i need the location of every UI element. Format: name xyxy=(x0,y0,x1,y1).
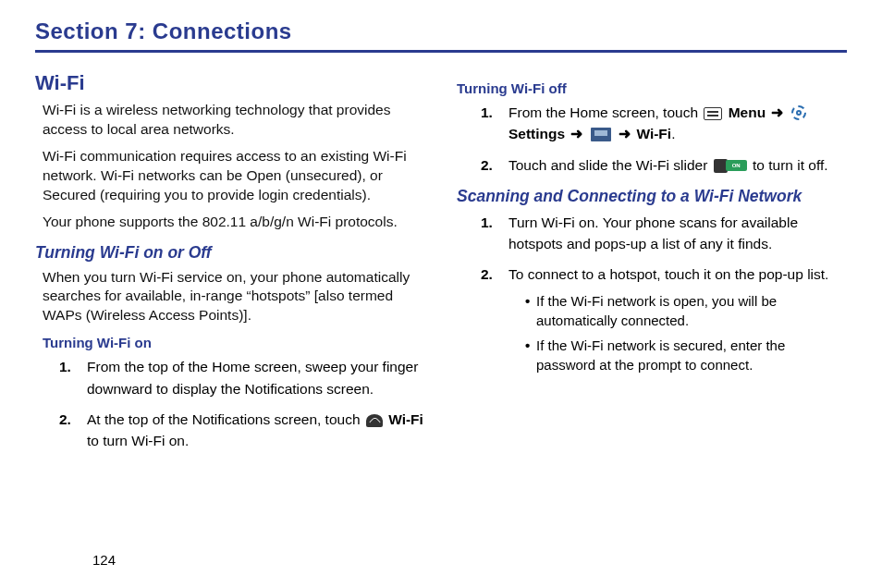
heading-turning-off: Turning Wi-Fi off xyxy=(457,80,847,96)
steps-turning-on: 1. From the top of the Home screen, swee… xyxy=(59,356,425,451)
wifi-onoff-desc: When you turn Wi-Fi service on, your pho… xyxy=(43,268,425,326)
slider-icon: ON xyxy=(714,159,747,173)
step-off-1: 1. From the Home screen, touch Menu ➜ Se… xyxy=(481,102,847,145)
menu-icon xyxy=(704,107,722,120)
step-number: 1. xyxy=(481,102,493,123)
step-text-a: At the top of the Notifications screen, … xyxy=(87,411,364,427)
heading-scanning: Scanning and Connecting to a Wi-Fi Netwo… xyxy=(457,187,847,206)
step-scan-2: 2. To connect to a hotspot, touch it on … xyxy=(481,263,847,374)
slider-track: ON xyxy=(726,160,747,171)
menu-label: Menu xyxy=(729,104,766,120)
wifi-icon xyxy=(366,414,383,427)
bullet-secured-network: If the Wi-Fi network is secured, enter t… xyxy=(525,336,847,374)
step-number: 1. xyxy=(59,356,71,377)
step-text: From the top of the Home screen, sweep y… xyxy=(87,359,418,396)
arrow-icon: ➜ xyxy=(771,104,783,120)
wifi-label: Wi-Fi xyxy=(636,126,671,141)
step-number: 2. xyxy=(481,263,493,285)
settings-icon xyxy=(791,105,806,120)
wifi-intro-3: Your phone supports the 802.11 a/b/g/n W… xyxy=(43,213,425,232)
left-column: Wi-Fi Wi-Fi is a wireless networking tec… xyxy=(35,71,425,460)
arrow-icon: ➜ xyxy=(619,126,631,141)
step-text: To connect to a hotspot, touch it on the… xyxy=(508,266,828,282)
heading-wifi: Wi-Fi xyxy=(35,71,425,95)
step-number: 2. xyxy=(59,409,71,430)
right-column: Turning Wi-Fi off 1. From the Home scree… xyxy=(457,71,847,460)
step-text-a: Touch and slide the Wi-Fi slider xyxy=(508,157,712,173)
heading-turning-on: Turning Wi-Fi on xyxy=(43,335,425,350)
wifi-intro-1: Wi-Fi is a wireless networking technolog… xyxy=(43,101,425,140)
step-on-2: 2. At the top of the Notifications scree… xyxy=(59,409,425,452)
steps-turning-off: 1. From the Home screen, touch Menu ➜ Se… xyxy=(481,102,847,176)
connections-tab-icon xyxy=(591,128,611,141)
step-off-2: 2. Touch and slide the Wi-Fi slider ON t… xyxy=(481,154,847,176)
steps-scanning: 1. Turn Wi-Fi on. Your phone scans for a… xyxy=(481,212,847,374)
page-number: 124 xyxy=(92,552,116,568)
arrow-icon: ➜ xyxy=(570,126,582,141)
step-scan-1: 1. Turn Wi-Fi on. Your phone scans for a… xyxy=(481,212,847,255)
settings-label: Settings xyxy=(508,126,565,141)
scan-sublist: If the Wi-Fi network is open, you will b… xyxy=(525,291,847,374)
step-number: 1. xyxy=(481,212,493,233)
step-text-c: to turn Wi-Fi on. xyxy=(87,433,189,448)
wifi-label: Wi-Fi xyxy=(388,411,423,427)
step-text-a: From the Home screen, touch xyxy=(508,104,702,120)
step-on-1: 1. From the top of the Home screen, swee… xyxy=(59,356,425,399)
step-text-b: to turn it off. xyxy=(753,157,828,173)
heading-onoff: Turning Wi-Fi on or Off xyxy=(35,243,425,263)
wifi-intro-2: Wi-Fi communication requires access to a… xyxy=(43,147,425,205)
section-title: Section 7: Connections xyxy=(35,18,847,53)
content-columns: Wi-Fi Wi-Fi is a wireless networking tec… xyxy=(35,71,847,460)
bullet-open-network: If the Wi-Fi network is open, you will b… xyxy=(525,291,847,330)
step-number: 2. xyxy=(481,154,493,176)
step-text: Turn Wi-Fi on. Your phone scans for avai… xyxy=(508,214,798,251)
